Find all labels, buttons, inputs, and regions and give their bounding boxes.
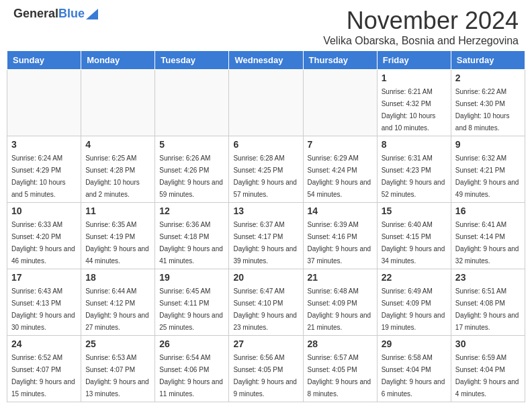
- calendar-cell: 11Sunrise: 6:35 AM Sunset: 4:19 PM Dayli…: [81, 203, 155, 269]
- calendar-cell: [81, 70, 155, 136]
- calendar-row-1: 3Sunrise: 6:24 AM Sunset: 4:29 PM Daylig…: [7, 136, 525, 203]
- calendar-cell: 13Sunrise: 6:37 AM Sunset: 4:17 PM Dayli…: [229, 203, 303, 269]
- calendar-cell: 28Sunrise: 6:57 AM Sunset: 4:05 PM Dayli…: [303, 336, 377, 402]
- calendar-cell: 4Sunrise: 6:25 AM Sunset: 4:28 PM Daylig…: [81, 136, 155, 203]
- col-wednesday: Wednesday: [229, 51, 303, 70]
- day-number: 27: [233, 338, 298, 349]
- day-number: 4: [85, 139, 150, 150]
- day-number: 2: [455, 73, 521, 83]
- calendar-cell: 2Sunrise: 6:22 AM Sunset: 4:30 PM Daylig…: [451, 70, 525, 136]
- day-number: 23: [455, 272, 521, 283]
- day-number: 30: [455, 338, 521, 349]
- day-info: Sunrise: 6:39 AM Sunset: 4:16 PM Dayligh…: [308, 221, 371, 265]
- calendar-cell: 18Sunrise: 6:44 AM Sunset: 4:12 PM Dayli…: [81, 269, 155, 336]
- calendar-cell: 19Sunrise: 6:45 AM Sunset: 4:11 PM Dayli…: [155, 269, 229, 336]
- day-number: 12: [159, 205, 224, 216]
- day-number: 7: [308, 139, 373, 150]
- day-info: Sunrise: 6:26 AM Sunset: 4:26 PM Dayligh…: [159, 154, 223, 198]
- calendar-wrapper: Sunday Monday Tuesday Wednesday Thursday…: [0, 50, 532, 409]
- location: Velika Obarska, Bosnia and Herzegovina: [323, 35, 519, 47]
- calendar-cell: 22Sunrise: 6:49 AM Sunset: 4:09 PM Dayli…: [377, 269, 451, 336]
- calendar-cell: [155, 70, 229, 136]
- header: General Blue November 2024 Velika Obarsk…: [0, 0, 532, 50]
- day-number: 26: [159, 338, 224, 349]
- day-number: 28: [308, 338, 373, 349]
- day-info: Sunrise: 6:21 AM Sunset: 4:32 PM Dayligh…: [382, 88, 436, 132]
- col-saturday: Saturday: [451, 51, 525, 70]
- calendar-row-3: 17Sunrise: 6:43 AM Sunset: 4:13 PM Dayli…: [7, 269, 525, 336]
- day-number: 6: [233, 139, 298, 150]
- day-number: 17: [11, 272, 77, 283]
- calendar-cell: 21Sunrise: 6:48 AM Sunset: 4:09 PM Dayli…: [303, 269, 377, 336]
- day-info: Sunrise: 6:28 AM Sunset: 4:25 PM Dayligh…: [233, 154, 297, 198]
- day-number: 25: [85, 338, 150, 349]
- day-info: Sunrise: 6:22 AM Sunset: 4:30 PM Dayligh…: [455, 88, 510, 132]
- day-info: Sunrise: 6:31 AM Sunset: 4:23 PM Dayligh…: [382, 154, 445, 198]
- calendar-cell: 12Sunrise: 6:36 AM Sunset: 4:18 PM Dayli…: [155, 203, 229, 269]
- day-info: Sunrise: 6:25 AM Sunset: 4:28 PM Dayligh…: [85, 154, 140, 198]
- col-tuesday: Tuesday: [155, 51, 229, 70]
- day-number: 10: [11, 205, 77, 216]
- calendar-cell: 26Sunrise: 6:54 AM Sunset: 4:06 PM Dayli…: [155, 336, 229, 402]
- col-monday: Monday: [81, 51, 155, 70]
- day-info: Sunrise: 6:58 AM Sunset: 4:04 PM Dayligh…: [382, 354, 445, 398]
- calendar-cell: 3Sunrise: 6:24 AM Sunset: 4:29 PM Daylig…: [7, 136, 81, 203]
- logo: General Blue: [13, 7, 98, 21]
- day-info: Sunrise: 6:44 AM Sunset: 4:12 PM Dayligh…: [85, 287, 149, 331]
- day-info: Sunrise: 6:43 AM Sunset: 4:13 PM Dayligh…: [11, 287, 75, 331]
- calendar-row-0: 1Sunrise: 6:21 AM Sunset: 4:32 PM Daylig…: [7, 70, 525, 136]
- day-info: Sunrise: 6:56 AM Sunset: 4:05 PM Dayligh…: [233, 354, 297, 398]
- calendar-cell: [303, 70, 377, 136]
- day-number: 11: [85, 205, 150, 216]
- calendar-header-row: Sunday Monday Tuesday Wednesday Thursday…: [7, 51, 525, 70]
- day-number: 20: [233, 272, 298, 283]
- day-info: Sunrise: 6:36 AM Sunset: 4:18 PM Dayligh…: [159, 221, 223, 265]
- calendar-row-4: 24Sunrise: 6:52 AM Sunset: 4:07 PM Dayli…: [7, 336, 525, 402]
- day-number: 9: [455, 139, 521, 150]
- day-number: 13: [233, 205, 298, 216]
- calendar-cell: [229, 70, 303, 136]
- day-info: Sunrise: 6:40 AM Sunset: 4:15 PM Dayligh…: [382, 221, 445, 265]
- col-thursday: Thursday: [303, 51, 377, 70]
- day-info: Sunrise: 6:33 AM Sunset: 4:20 PM Dayligh…: [11, 221, 75, 265]
- calendar-cell: 29Sunrise: 6:58 AM Sunset: 4:04 PM Dayli…: [377, 336, 451, 402]
- day-info: Sunrise: 6:48 AM Sunset: 4:09 PM Dayligh…: [308, 287, 371, 331]
- calendar-cell: 15Sunrise: 6:40 AM Sunset: 4:15 PM Dayli…: [377, 203, 451, 269]
- day-info: Sunrise: 6:35 AM Sunset: 4:19 PM Dayligh…: [85, 221, 149, 265]
- calendar-cell: 30Sunrise: 6:59 AM Sunset: 4:04 PM Dayli…: [451, 336, 525, 402]
- day-number: 3: [11, 139, 77, 150]
- calendar-cell: 17Sunrise: 6:43 AM Sunset: 4:13 PM Dayli…: [7, 269, 81, 336]
- day-info: Sunrise: 6:53 AM Sunset: 4:07 PM Dayligh…: [85, 354, 149, 398]
- day-info: Sunrise: 6:45 AM Sunset: 4:11 PM Dayligh…: [159, 287, 223, 331]
- title-block: November 2024 Velika Obarska, Bosnia and…: [323, 7, 519, 47]
- day-info: Sunrise: 6:41 AM Sunset: 4:14 PM Dayligh…: [455, 221, 519, 265]
- calendar-cell: 7Sunrise: 6:29 AM Sunset: 4:24 PM Daylig…: [303, 136, 377, 203]
- day-number: 29: [382, 338, 447, 349]
- day-info: Sunrise: 6:49 AM Sunset: 4:09 PM Dayligh…: [382, 287, 445, 331]
- calendar-cell: 9Sunrise: 6:32 AM Sunset: 4:21 PM Daylig…: [451, 136, 525, 203]
- calendar-cell: 25Sunrise: 6:53 AM Sunset: 4:07 PM Dayli…: [81, 336, 155, 402]
- day-info: Sunrise: 6:52 AM Sunset: 4:07 PM Dayligh…: [11, 354, 75, 398]
- calendar-cell: 10Sunrise: 6:33 AM Sunset: 4:20 PM Dayli…: [7, 203, 81, 269]
- logo-icon: [86, 7, 98, 19]
- day-info: Sunrise: 6:37 AM Sunset: 4:17 PM Dayligh…: [233, 221, 297, 265]
- logo-general-text: General: [13, 7, 58, 21]
- calendar-cell: 23Sunrise: 6:51 AM Sunset: 4:08 PM Dayli…: [451, 269, 525, 336]
- col-sunday: Sunday: [7, 51, 81, 70]
- day-info: Sunrise: 6:32 AM Sunset: 4:21 PM Dayligh…: [455, 154, 519, 198]
- day-number: 14: [308, 205, 373, 216]
- day-number: 15: [382, 205, 447, 216]
- calendar-cell: 14Sunrise: 6:39 AM Sunset: 4:16 PM Dayli…: [303, 203, 377, 269]
- day-number: 8: [382, 139, 447, 150]
- svg-marker-0: [86, 9, 98, 19]
- calendar-cell: 1Sunrise: 6:21 AM Sunset: 4:32 PM Daylig…: [377, 70, 451, 136]
- calendar-cell: 20Sunrise: 6:47 AM Sunset: 4:10 PM Dayli…: [229, 269, 303, 336]
- month-title: November 2024: [323, 7, 519, 35]
- calendar-cell: 16Sunrise: 6:41 AM Sunset: 4:14 PM Dayli…: [451, 203, 525, 269]
- calendar-cell: 6Sunrise: 6:28 AM Sunset: 4:25 PM Daylig…: [229, 136, 303, 203]
- day-info: Sunrise: 6:54 AM Sunset: 4:06 PM Dayligh…: [159, 354, 223, 398]
- day-number: 19: [159, 272, 224, 283]
- calendar-cell: 27Sunrise: 6:56 AM Sunset: 4:05 PM Dayli…: [229, 336, 303, 402]
- day-number: 1: [382, 73, 447, 83]
- col-friday: Friday: [377, 51, 451, 70]
